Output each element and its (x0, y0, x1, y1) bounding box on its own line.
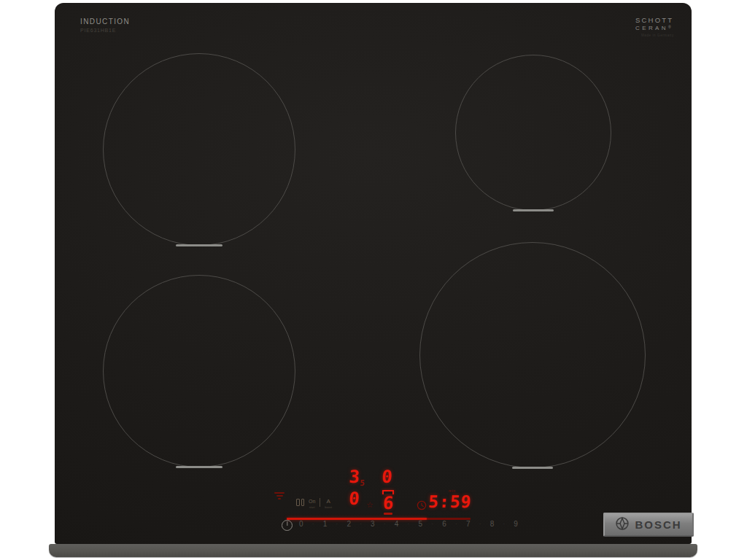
cooking-zone-front-right (419, 242, 646, 468)
front-right-power-display[interactable]: 6 (382, 490, 395, 515)
timer-unit-label: min (449, 489, 456, 493)
scale-9[interactable]: 9 (514, 519, 518, 529)
scale-7[interactable]: 7 (466, 519, 471, 529)
function-key-cluster: On start A boost (296, 497, 332, 510)
pause-icon[interactable] (296, 499, 304, 506)
power-level-scale: 0· 1· 2· 3· 4· 5· 6· 7· 8· 9 (299, 519, 518, 529)
scale-3[interactable]: 3 (371, 519, 375, 529)
front-left-power-display[interactable]: 0 (348, 490, 360, 508)
zone-front-marker (176, 244, 222, 246)
type-label-block: INDUCTION PIE631HB1E (80, 18, 130, 33)
auto-sublabel: boost (325, 505, 332, 510)
home-connect-wifi-icon (274, 492, 285, 501)
model-number: PIE631HB1E (80, 28, 130, 33)
front-bevel-trim (49, 544, 697, 557)
zone-front-marker (176, 466, 222, 468)
ceramic-glass-surface: INDUCTION PIE631HB1E SCHOTT CERAN® Made … (55, 3, 692, 544)
scale-1[interactable]: 1 (323, 519, 328, 529)
induction-label: INDUCTION (80, 18, 130, 26)
cooking-zone-rear-left (103, 53, 295, 246)
key-divider (320, 498, 320, 507)
zone-front-marker (512, 467, 553, 469)
half-step-digit: 5 (360, 478, 365, 488)
schott-fineprint: Made in Germany (641, 34, 679, 37)
timer-display[interactable]: 5:59 (427, 493, 472, 510)
zone-front-marker (513, 209, 554, 211)
auto-boost-key[interactable]: A boost (325, 499, 332, 510)
timer-clock-icon[interactable] (417, 500, 427, 513)
bosch-anchor-icon (615, 516, 630, 534)
schott-ceran-logo: SCHOTT CERAN® Made in Germany (635, 16, 679, 37)
cooking-zone-rear-right (455, 55, 611, 211)
star-settings-key[interactable]: ☆ (366, 500, 374, 510)
scale-4[interactable]: 4 (395, 519, 399, 529)
registered-mark: ® (668, 25, 673, 29)
bosch-logo-badge: BOSCH (603, 513, 694, 537)
cooking-zone-front-left (103, 275, 295, 467)
quick-start-key[interactable]: On start (309, 499, 315, 510)
bosch-wordmark: BOSCH (635, 518, 681, 531)
rear-right-power-display[interactable]: 0 (381, 468, 392, 486)
scale-0[interactable]: 0 (299, 519, 303, 529)
ceran-wordmark: CERAN® (635, 25, 679, 31)
scale-8[interactable]: 8 (490, 519, 495, 529)
quick-start-sublabel: start (309, 505, 315, 510)
product-photo-induction-hob: INDUCTION PIE631HB1E SCHOTT CERAN® Made … (0, 0, 747, 560)
schott-wordmark: SCHOTT (635, 16, 679, 24)
scale-5[interactable]: 5 (419, 519, 423, 529)
scale-2[interactable]: 2 (347, 519, 351, 529)
power-on-off-key[interactable] (282, 520, 293, 531)
scale-6[interactable]: 6 (442, 519, 446, 529)
